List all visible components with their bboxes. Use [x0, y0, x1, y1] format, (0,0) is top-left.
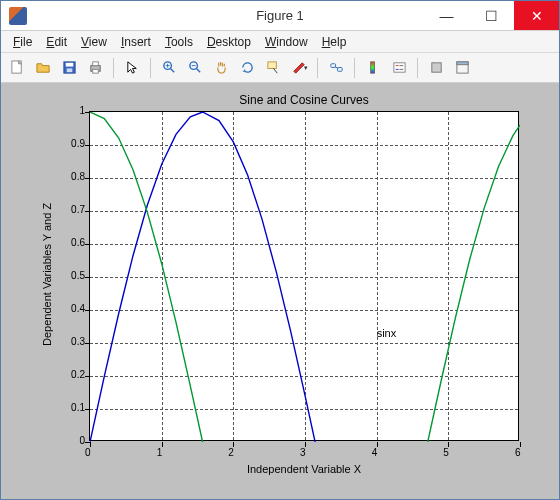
save-icon[interactable] — [57, 56, 81, 80]
pan-icon[interactable] — [209, 56, 233, 80]
series-cos(x) left — [90, 112, 203, 442]
svg-rect-18 — [370, 62, 374, 73]
y-tick-label: 0 — [61, 435, 85, 446]
menu-window[interactable]: Window — [259, 33, 314, 51]
link-icon[interactable] — [324, 56, 348, 80]
series-cos(x) right — [428, 125, 520, 442]
toolbar-separator — [417, 58, 418, 78]
zoom-out-icon[interactable] — [183, 56, 207, 80]
hide-tools-icon[interactable] — [424, 56, 448, 80]
svg-rect-3 — [66, 68, 72, 72]
y-tick — [85, 442, 90, 443]
y-tick-label: 0.7 — [61, 204, 85, 215]
brush-icon[interactable]: ▾ — [287, 56, 311, 80]
menu-edit[interactable]: Edit — [40, 33, 73, 51]
minimize-button[interactable]: — — [424, 1, 469, 30]
maximize-button[interactable]: ☐ — [469, 1, 514, 30]
zoom-in-icon[interactable] — [157, 56, 181, 80]
arrow-icon[interactable] — [120, 56, 144, 80]
x-tick-label: 1 — [157, 447, 163, 458]
svg-rect-24 — [431, 63, 440, 72]
y-tick-label: 0.5 — [61, 270, 85, 281]
menu-desktop[interactable]: Desktop — [201, 33, 257, 51]
y-tick-label: 0.6 — [61, 237, 85, 248]
print-icon[interactable] — [83, 56, 107, 80]
svg-rect-6 — [92, 69, 98, 73]
toolbar-separator — [150, 58, 151, 78]
window-controls: — ☐ ✕ — [424, 1, 559, 30]
x-tick-label: 2 — [228, 447, 234, 458]
svg-line-12 — [196, 68, 200, 72]
x-axis-label: Independent Variable X — [89, 463, 519, 475]
x-tick-label: 4 — [372, 447, 378, 458]
y-tick-label: 0.2 — [61, 369, 85, 380]
toolbar-separator — [113, 58, 114, 78]
annotation: sinx — [377, 327, 397, 339]
chart-title: Sine and Cosine Curves — [89, 93, 519, 107]
colorbar-icon[interactable] — [361, 56, 385, 80]
y-tick-label: 0.4 — [61, 303, 85, 314]
titlebar: Figure 1 — ☐ ✕ — [1, 1, 559, 31]
svg-rect-14 — [267, 62, 275, 69]
axes[interactable]: sinx — [89, 111, 519, 441]
y-tick-label: 0.8 — [61, 171, 85, 182]
svg-rect-5 — [92, 62, 98, 66]
rotate-icon[interactable] — [235, 56, 259, 80]
matlab-icon — [9, 7, 27, 25]
toolbar: ▾ — [1, 53, 559, 83]
y-axis-label: Dependent Variables Y and Z — [41, 203, 53, 346]
toolbar-separator — [317, 58, 318, 78]
menu-tools[interactable]: Tools — [159, 33, 199, 51]
menu-insert[interactable]: Insert — [115, 33, 157, 51]
figure-window: Figure 1 — ☐ ✕ File Edit View Insert Too… — [0, 0, 560, 500]
legend-icon[interactable] — [387, 56, 411, 80]
dock-icon[interactable] — [450, 56, 474, 80]
menu-file[interactable]: File — [7, 33, 38, 51]
y-tick-label: 1 — [61, 105, 85, 116]
plot-canvas — [90, 112, 520, 442]
series-sin(x) — [90, 112, 315, 442]
figure-area: sinxSine and Cosine CurvesIndependent Va… — [1, 83, 559, 499]
data-cursor-icon[interactable] — [261, 56, 285, 80]
x-tick-label: 6 — [515, 447, 521, 458]
svg-rect-19 — [393, 63, 404, 72]
svg-line-8 — [170, 68, 174, 72]
menu-help[interactable]: Help — [316, 33, 353, 51]
svg-rect-2 — [65, 63, 73, 67]
new-figure-icon[interactable] — [5, 56, 29, 80]
toolbar-separator — [354, 58, 355, 78]
y-tick-label: 0.1 — [61, 402, 85, 413]
open-icon[interactable] — [31, 56, 55, 80]
menu-view[interactable]: View — [75, 33, 113, 51]
y-tick-label: 0.3 — [61, 336, 85, 347]
close-button[interactable]: ✕ — [514, 1, 559, 30]
menubar: File Edit View Insert Tools Desktop Wind… — [1, 31, 559, 53]
x-tick-label: 5 — [443, 447, 449, 458]
x-tick-label: 0 — [85, 447, 91, 458]
y-tick-label: 0.9 — [61, 138, 85, 149]
svg-rect-26 — [456, 62, 467, 65]
x-tick-label: 3 — [300, 447, 306, 458]
